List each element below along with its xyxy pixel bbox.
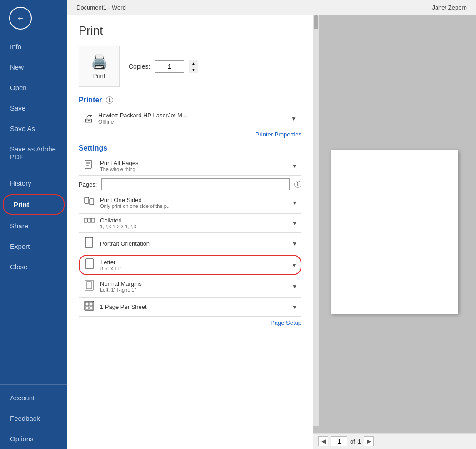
print-area: Print 🖨️ Print Copies: ▲ ▼ Prin [67, 15, 476, 449]
collation-text: Collated 1,2,3 1,2,3 1,2,3 [100, 217, 287, 229]
titlebar: Document1 - Word Janet Zepern [67, 0, 476, 15]
back-button[interactable]: ← [9, 7, 32, 30]
margins-main: Normal Margins [100, 280, 287, 287]
scroll-indicator [313, 15, 319, 426]
sides-icon [83, 196, 95, 209]
svg-rect-0 [85, 160, 91, 168]
pages-input-row: Pages: ℹ [79, 177, 301, 192]
back-icon: ← [16, 14, 25, 23]
orientation-main: Portrait Orientation [100, 240, 287, 247]
copies-up-button[interactable]: ▲ [189, 60, 198, 66]
printer-properties-link[interactable]: Printer Properties [79, 131, 301, 138]
sidebar-item-feedback[interactable]: Feedback [0, 408, 67, 429]
collation-main: Collated [100, 217, 287, 224]
pages-range-main: Print All Pages [100, 160, 287, 166]
sidebar-item-info[interactable]: Info [0, 36, 67, 57]
paper-size-main: Letter [100, 259, 287, 266]
setting-paper-size[interactable]: Letter 8.5" x 11" ▼ [79, 255, 301, 275]
margins-arrow: ▼ [292, 283, 297, 290]
margins-text: Normal Margins Left: 1" Right: 1" [100, 280, 287, 293]
scroll-thumb[interactable] [314, 15, 318, 29]
printer-section-title: Printer ℹ [79, 96, 301, 104]
sidebar-item-save[interactable]: Save [0, 98, 67, 118]
total-pages: 1 [358, 438, 361, 445]
printer-name: Hewlett-Packard HP LaserJet M... [98, 112, 286, 119]
copies-input[interactable] [155, 60, 184, 73]
sidebar-item-export[interactable]: Export [0, 236, 67, 257]
pages-range-icon [83, 159, 95, 172]
sidebar-item-history[interactable]: History [0, 173, 67, 193]
user-name: Janet Zepern [432, 4, 467, 11]
sides-main: Print One Sided [100, 197, 287, 203]
sidebar-item-account[interactable]: Account [0, 388, 67, 408]
copies-down-button[interactable]: ▼ [189, 66, 198, 73]
pages-range-arrow: ▼ [292, 163, 297, 169]
setting-orientation[interactable]: Portrait Orientation ▼ [79, 234, 301, 253]
print-controls: Print 🖨️ Print Copies: ▲ ▼ Prin [67, 15, 313, 449]
sidebar-item-print[interactable]: Print [3, 194, 65, 215]
pages-per-sheet-arrow: ▼ [292, 304, 297, 310]
collation-icon [83, 217, 95, 230]
printer-info-icon[interactable]: ℹ [106, 96, 113, 104]
copies-area: Copies: ▲ ▼ [129, 60, 198, 73]
setting-pages-range[interactable]: Print All Pages The whole thing ▼ [79, 156, 301, 176]
printer-select-dropdown[interactable]: 🖨 Hewlett-Packard HP LaserJet M... Offli… [79, 108, 301, 129]
margins-icon [83, 280, 95, 293]
pages-per-sheet-text: 1 Page Per Sheet [100, 303, 287, 310]
svg-rect-4 [85, 197, 89, 203]
svg-rect-17 [90, 307, 93, 309]
sides-sub: Only print on one side of the p... [100, 203, 287, 209]
paper-size-icon [83, 258, 96, 272]
sidebar-item-open[interactable]: Open [0, 77, 67, 98]
pages-input[interactable] [101, 178, 290, 190]
sidebar-item-new[interactable]: New [0, 57, 67, 77]
svg-rect-14 [85, 302, 89, 306]
of-label: of [350, 438, 355, 445]
svg-rect-9 [85, 237, 93, 247]
prev-page-button[interactable]: ◀ [318, 436, 328, 446]
main-panel: Document1 - Word Janet Zepern Print 🖨️ P… [67, 0, 476, 449]
sidebar-item-save-as[interactable]: Save As [0, 118, 67, 139]
svg-rect-8 [91, 218, 95, 222]
pages-per-sheet-icon [83, 300, 95, 313]
setting-sides[interactable]: Print One Sided Only print on one side o… [79, 193, 301, 212]
pages-range-text: Print All Pages The whole thing [100, 160, 287, 172]
printer-device-icon: 🖨 [84, 113, 94, 125]
orientation-arrow: ▼ [292, 241, 297, 247]
print-button[interactable]: 🖨️ Print [79, 46, 120, 87]
printer-dropdown-arrow: ▼ [291, 116, 296, 122]
next-page-button[interactable]: ▶ [364, 436, 374, 446]
margins-sub: Left: 1" Right: 1" [100, 287, 287, 293]
preview-page [331, 150, 458, 314]
pages-info-icon[interactable]: ℹ [294, 181, 301, 188]
sidebar-item-options[interactable]: Options [0, 429, 67, 449]
svg-rect-7 [88, 218, 91, 222]
svg-rect-16 [85, 307, 89, 309]
printer-status: Offline [98, 119, 286, 125]
sidebar-divider-1 [0, 170, 67, 170]
current-page-input[interactable] [331, 436, 347, 446]
pages-label: Pages: [79, 181, 97, 188]
paper-size-text: Letter 8.5" x 11" [100, 259, 287, 271]
collation-sub: 1,2,3 1,2,3 1,2,3 [100, 224, 287, 229]
print-button-area: 🖨️ Print Copies: ▲ ▼ [79, 46, 301, 87]
settings-section-title: Settings [79, 144, 301, 152]
page-setup-link[interactable]: Page Setup [79, 319, 301, 326]
printer-info: Hewlett-Packard HP LaserJet M... Offline [98, 112, 286, 125]
preview-navigation: ◀ of 1 ▶ [313, 433, 476, 449]
sidebar-item-share[interactable]: Share [0, 216, 67, 236]
sidebar-item-close[interactable]: Close [0, 257, 67, 277]
sidebar-bottom: Account Feedback Options [0, 382, 67, 449]
sidebar-item-save-adobe[interactable]: Save as Adobe PDF [0, 139, 67, 167]
sides-text: Print One Sided Only print on one side o… [100, 197, 287, 209]
printer-icon: 🖨️ [91, 54, 108, 70]
sides-arrow: ▼ [292, 200, 297, 206]
setting-pages-per-sheet[interactable]: 1 Page Per Sheet ▼ [79, 297, 301, 317]
setting-margins[interactable]: Normal Margins Left: 1" Right: 1" ▼ [79, 277, 301, 296]
orientation-icon [83, 237, 95, 250]
paper-size-arrow: ▼ [291, 262, 297, 268]
sidebar-divider-2 [0, 384, 67, 385]
print-title: Print [79, 24, 301, 38]
svg-rect-15 [90, 302, 93, 306]
setting-collation[interactable]: Collated 1,2,3 1,2,3 1,2,3 ▼ [79, 213, 301, 233]
